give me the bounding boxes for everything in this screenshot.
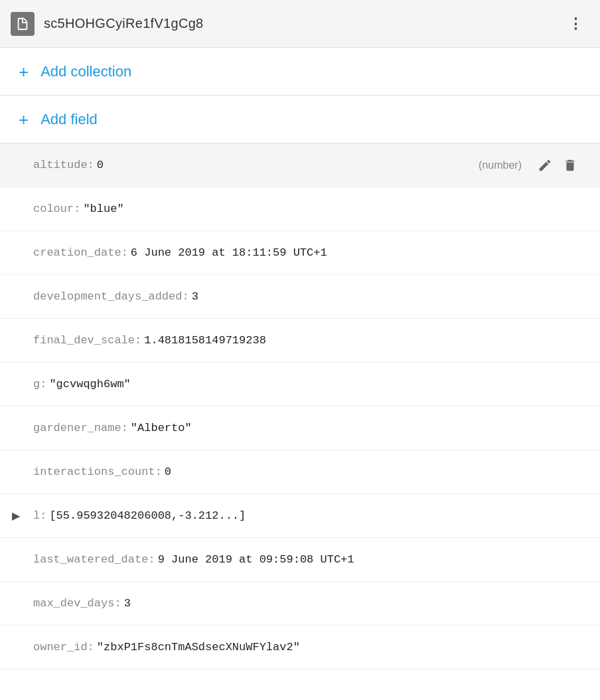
add-field-label: Add field — [40, 111, 98, 128]
field-value: 3 — [192, 290, 198, 303]
collection-title: sc5HOHGCyiRe1fV1gCg8 — [44, 16, 204, 31]
field-key: max_dev_days: — [33, 597, 121, 610]
add-collection-plus-icon: + — [19, 63, 29, 80]
field-value: 6 June 2019 at 18:11:59 UTC+1 — [131, 246, 327, 259]
field-key: interactions_count: — [33, 466, 162, 478]
trash-icon — [563, 158, 577, 173]
field-key: final_dev_scale: — [33, 334, 141, 347]
field-value: 0 — [97, 159, 104, 171]
field-row: colour: "blue" — [0, 187, 600, 231]
field-row: ▶l: [55.95932048206008,-3.212...] — [0, 494, 600, 538]
field-key: development_days_added: — [33, 290, 189, 303]
add-field-plus-icon: + — [19, 111, 29, 128]
field-key: altitude: — [33, 159, 94, 171]
field-row: interactions_count: 0 — [0, 450, 600, 494]
field-key: l: — [33, 509, 46, 522]
field-value: 9 June 2019 at 09:59:08 UTC+1 — [158, 553, 354, 566]
field-actions — [535, 155, 580, 175]
field-value: [55.95932048206008,-3.212...] — [49, 509, 246, 522]
add-collection-button[interactable]: + Add collection — [0, 48, 600, 96]
field-key: last_watered_date: — [33, 553, 155, 566]
more-options-icon[interactable]: ⋮ — [563, 10, 589, 38]
field-type: (number) — [479, 159, 522, 171]
document-svg — [15, 17, 30, 31]
field-row: development_days_added: 3 — [0, 275, 600, 319]
field-value: 1.4818158149719238 — [144, 334, 266, 347]
field-key: creation_date: — [33, 246, 128, 259]
field-row: gardener_name: "Alberto" — [0, 406, 600, 450]
field-key: colour: — [33, 203, 80, 215]
field-value: "zbxP1Fs8cnTmASdsecXNuWFYlav2" — [97, 641, 300, 654]
field-row: final_dev_scale: 1.4818158149719238 — [0, 319, 600, 363]
add-field-button[interactable]: + Add field — [0, 96, 600, 143]
field-key: owner_id: — [33, 641, 94, 654]
field-value: "blue" — [83, 203, 123, 215]
add-collection-label: Add collection — [40, 63, 131, 80]
field-row: last_watered_date: 9 June 2019 at 09:59:… — [0, 538, 600, 582]
field-key: gardener_name: — [33, 422, 128, 434]
field-row: max_dev_days: 3 — [0, 582, 600, 626]
field-row: creation_date: 6 June 2019 at 18:11:59 U… — [0, 231, 600, 275]
field-value: 0 — [165, 466, 171, 478]
fields-section: altitude: 0(number)colour: "blue"creatio… — [0, 143, 600, 669]
field-value: "gcvwqgh6wm" — [49, 378, 130, 391]
top-bar: sc5HOHGCyiRe1fV1gCg8 ⋮ — [0, 0, 600, 48]
field-key: g: — [33, 378, 46, 391]
pencil-icon — [538, 158, 552, 173]
document-icon — [11, 12, 35, 36]
top-bar-left: sc5HOHGCyiRe1fV1gCg8 — [11, 12, 204, 36]
expand-arrow-icon[interactable]: ▶ — [12, 509, 20, 522]
field-row: g: "gcvwqgh6wm" — [0, 363, 600, 406]
delete-field-button[interactable] — [560, 155, 580, 175]
field-row: owner_id: "zbxP1Fs8cnTmASdsecXNuWFYlav2" — [0, 626, 600, 669]
field-value: 3 — [124, 597, 131, 610]
edit-field-button[interactable] — [535, 155, 555, 175]
field-row: altitude: 0(number) — [0, 143, 600, 187]
field-value: "Alberto" — [131, 422, 192, 434]
